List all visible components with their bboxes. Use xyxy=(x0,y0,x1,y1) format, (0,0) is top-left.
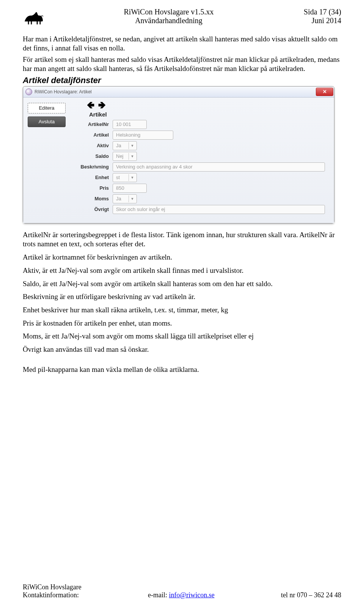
body-p6: Enhet beskriver hur man skall räkna arti… xyxy=(23,305,341,315)
field-saldo-value: Nej xyxy=(116,153,124,159)
intro-paragraph-2: För artikel som ej skall hanteras med sa… xyxy=(23,55,341,73)
body-p1: ArtikelNr är sorteringsbegreppet i de fl… xyxy=(23,230,341,249)
horse-logo xyxy=(23,8,45,26)
arrow-left-icon: 🡸 xyxy=(87,101,94,110)
editera-button[interactable]: Editera xyxy=(28,103,66,113)
artikel-window: RiWiCon Hovslagare: Artikel ✕ Editera Av… xyxy=(23,86,334,224)
field-beskrivning[interactable]: Verkning och anpassning av 4 skor xyxy=(113,162,325,172)
section-title: Artikel detaljfönster xyxy=(23,76,341,85)
label-artikel: Artikel xyxy=(75,132,109,138)
label-beskrivning: Beskrivning xyxy=(75,164,109,170)
footer-company: RiWiCon Hovslagare xyxy=(23,583,82,591)
chevron-down-icon: ▼ xyxy=(129,174,136,181)
field-ovrigt[interactable]: Skor och sulor ingår ej xyxy=(113,205,325,214)
body-p9: Övrigt kan användas till vad man så önsk… xyxy=(23,345,341,354)
footer-phone: tel nr 070 – 362 24 48 xyxy=(281,591,341,599)
chevron-down-icon: ▼ xyxy=(129,142,136,149)
header-date: Juni 2014 xyxy=(284,16,341,25)
body-p3: Aktiv, är ett Ja/Nej-val som avgör om ar… xyxy=(23,266,341,275)
header-page-number: Sida 17 (34) xyxy=(284,8,341,16)
header-title-1: RiWiCon Hovslagare v1.5.xx xyxy=(53,8,284,16)
page-footer: RiWiCon Hovslagare Kontaktinformation: e… xyxy=(23,583,341,599)
field-moms[interactable]: Ja ▼ xyxy=(113,194,137,203)
next-arrow-button[interactable]: 🡺 xyxy=(97,101,107,110)
field-artikelnr[interactable]: 10 001 xyxy=(113,120,147,129)
close-button[interactable]: ✕ xyxy=(316,88,333,96)
close-icon: ✕ xyxy=(323,89,327,94)
chevron-down-icon: ▼ xyxy=(129,153,136,160)
body-p7: Pris är kostnaden för artikeln per enhet… xyxy=(23,319,341,328)
label-saldo: Saldo xyxy=(75,153,109,159)
app-icon xyxy=(25,88,32,95)
body-p10: Med pil-knapparna kan man växla mellan d… xyxy=(23,365,341,375)
field-enhet[interactable]: st ▼ xyxy=(113,173,137,182)
body-p5: Beskrivning är en utförligare beskrivnin… xyxy=(23,292,341,302)
label-moms: Moms xyxy=(75,196,109,201)
footer-email-label: e-mail: xyxy=(148,591,169,599)
body-p8: Moms, är ett Ja/Nej-val som avgör om mom… xyxy=(23,332,341,341)
prev-arrow-button[interactable]: 🡸 xyxy=(85,101,96,110)
label-artikelnr: ArtikelNr xyxy=(75,121,109,127)
arrow-right-icon: 🡺 xyxy=(98,101,106,110)
footer-email-link[interactable]: info@riwicon.se xyxy=(169,591,215,599)
form-title: Artikel xyxy=(89,111,329,118)
intro-paragraph-1: Har man i Artikeldetaljfönstret, se neda… xyxy=(23,35,341,53)
window-titlebar: RiWiCon Hovslagare: Artikel ✕ xyxy=(23,87,334,98)
header-title-2: Användarhandledning xyxy=(53,16,284,25)
avsluta-button[interactable]: Avsluta xyxy=(28,116,66,127)
label-pris: Pris xyxy=(75,185,109,191)
field-moms-value: Ja xyxy=(116,196,121,201)
label-ovrigt: Övrigt xyxy=(75,206,109,212)
field-aktiv-value: Ja xyxy=(116,143,121,148)
field-pris[interactable]: 850 xyxy=(113,184,147,193)
label-aktiv: Aktiv xyxy=(75,143,109,148)
page-header: RiWiCon Hovslagare v1.5.xx Användarhandl… xyxy=(23,8,341,28)
window-title: RiWiCon Hovslagare: Artikel xyxy=(35,89,92,94)
field-enhet-value: st xyxy=(116,175,120,180)
field-saldo[interactable]: Nej ▼ xyxy=(113,152,137,161)
field-artikel[interactable]: Helskoning xyxy=(113,131,173,140)
body-p2: Artikel är kortnamnet för beskrivningen … xyxy=(23,253,341,262)
body-p4: Saldo, är ett Ja/Nej-val som avgör om ar… xyxy=(23,279,341,289)
field-aktiv[interactable]: Ja ▼ xyxy=(113,141,137,150)
footer-contact-label: Kontaktinformation: xyxy=(23,591,82,599)
chevron-down-icon: ▼ xyxy=(129,195,136,202)
label-enhet: Enhet xyxy=(75,175,109,180)
